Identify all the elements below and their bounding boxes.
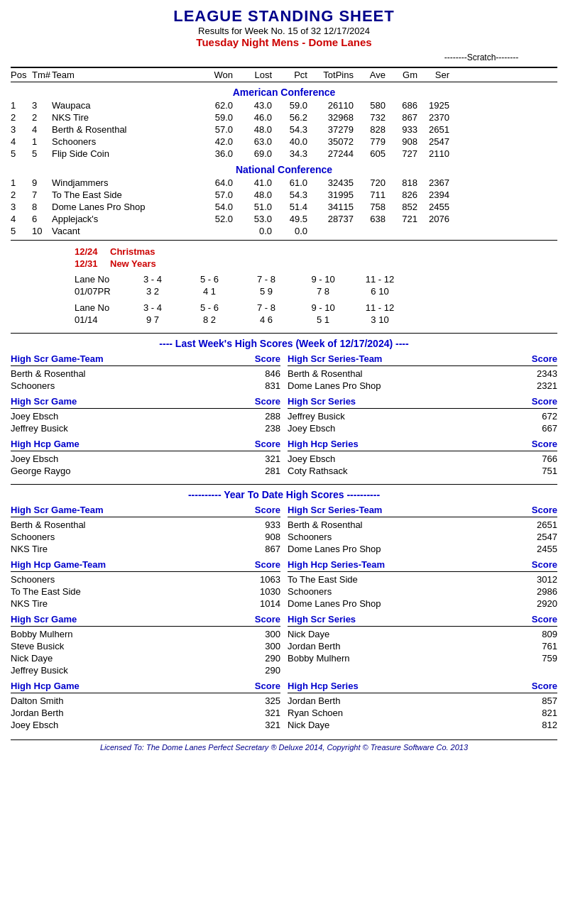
totpins: 32435	[307, 177, 354, 188]
score-name: Berth & Rosenthal	[11, 519, 86, 530]
col-totpins: TotPins	[307, 70, 354, 80]
team-name: Waupaca	[52, 100, 194, 111]
score-entry: NKS Tire 867	[11, 543, 280, 555]
score-name: Dalton Smith	[11, 695, 63, 706]
lane-schedule: Lane No3 - 45 - 67 - 89 - 1011 - 1201/07…	[11, 273, 557, 326]
score-entry: Joey Ebsch 321	[11, 453, 280, 465]
score-entry: Berth & Rosenthal 2651	[288, 519, 557, 531]
category-label: High Scr Game	[11, 396, 77, 407]
pos: 2	[11, 189, 32, 200]
table-row: 3 4 Berth & Rosenthal 57.0 48.0 54.3 372…	[11, 123, 557, 136]
lane-range: 5 - 6	[181, 302, 238, 313]
table-row: 5 5 Flip Side Coin 36.0 69.0 34.3 27244 …	[11, 148, 557, 160]
score-name: Jordan Berth	[288, 641, 340, 651]
score-name: Joey Ebsch	[11, 720, 58, 730]
score-name: Dome Lanes Pro Shop	[288, 380, 381, 391]
category-label: High Scr Series-Team	[288, 505, 382, 515]
score-header-label: Score	[532, 439, 557, 449]
score-entry: Schooners 908	[11, 531, 280, 543]
score-entry: Jordan Berth 761	[288, 640, 557, 652]
tm: 9	[32, 177, 52, 188]
lane-range: 7 - 8	[238, 302, 295, 313]
col-won: Won	[194, 70, 233, 80]
totpins: 28737	[307, 214, 354, 224]
score-value: 2651	[537, 519, 557, 530]
won: 59.0	[194, 112, 233, 123]
pct: 56.2	[272, 112, 307, 123]
lane-assignment: 4 1	[181, 286, 238, 297]
score-entry: Jeffrey Busick 672	[288, 410, 557, 422]
score-value: 867	[265, 544, 280, 554]
score-value: 300	[265, 641, 280, 651]
category-label: High Scr Game-Team	[11, 353, 104, 364]
score-entry: To The East Side 3012	[288, 573, 557, 585]
scores-section: High Hcp Game Score Dalton Smith 325 Jor…	[11, 681, 557, 731]
table-row: 5 10 Vacant 0.0 0.0	[11, 225, 557, 237]
won: 57.0	[194, 189, 233, 200]
scores-category-header: High Scr Series-Team Score	[288, 353, 557, 366]
scores-col-left: High Scr Game Score Bobby Mulhern 300 St…	[11, 614, 280, 676]
score-header-label: Score	[532, 559, 557, 570]
pct: 61.0	[272, 177, 307, 188]
score-name: Bobby Mulhern	[288, 653, 349, 664]
score-value: 2920	[537, 598, 557, 609]
score-entry: Bobby Mulhern 759	[288, 652, 557, 664]
american-conference-teams: 1 3 Waupaca 62.0 43.0 59.0 26110 580 686…	[11, 99, 557, 160]
scores-category-header: High Hcp Series Score	[288, 681, 557, 693]
scores-section: High Scr Game-Team Score Berth & Rosenth…	[11, 505, 557, 555]
scores-category-header: High Scr Game-Team Score	[11, 505, 280, 517]
col-pct: Pct	[272, 70, 307, 80]
score-value: 3012	[537, 574, 557, 585]
lane-assignment: 5 1	[295, 314, 351, 325]
scores-section: High Scr Game Score Bobby Mulhern 300 St…	[11, 614, 557, 676]
tm: 1	[32, 136, 52, 147]
score-value: 290	[265, 665, 280, 676]
score-name: Schooners	[11, 532, 55, 542]
score-entry: Schooners 1063	[11, 573, 280, 585]
score-entry: Dalton Smith 325	[11, 695, 280, 707]
score-value: 238	[265, 423, 280, 434]
score-header-label: Score	[255, 439, 280, 449]
scores-col-right: High Scr Series Score Nick Daye 809 Jord…	[288, 614, 557, 676]
footer: Licensed To: The Dome Lanes Perfect Secr…	[11, 739, 557, 752]
team-name: NKS Tire	[52, 112, 194, 123]
score-name: George Raygo	[11, 466, 71, 476]
scores-category-header: High Hcp Series-Team Score	[288, 559, 557, 572]
score-entry: Berth & Rosenthal 2343	[288, 368, 557, 380]
scratch-label: --------Scratch--------	[407, 53, 556, 62]
totpins: 27244	[307, 148, 354, 159]
won: 62.0	[194, 100, 233, 111]
table-row: 4 1 Schooners 42.0 63.0 40.0 35072 779 9…	[11, 136, 557, 148]
col-tm: Tm#	[32, 70, 52, 80]
score-name: Schooners	[288, 586, 332, 597]
won: 42.0	[194, 136, 233, 147]
score-value: 325	[265, 695, 280, 706]
team-name: Vacant	[52, 226, 194, 236]
score-value: 1030	[260, 586, 280, 597]
score-name: Nick Daye	[11, 653, 53, 664]
ave: 580	[354, 100, 386, 111]
ave: 638	[354, 214, 386, 224]
team-name: Berth & Rosenthal	[52, 124, 194, 135]
ser: 2455	[417, 202, 449, 212]
lane-assignment: 7 8	[295, 286, 351, 297]
lane-label: Lane No	[75, 302, 124, 313]
lane-assignment: 3 10	[351, 314, 408, 325]
scores-category-header: High Hcp Game Score	[11, 681, 280, 693]
team-name: Schooners	[52, 136, 194, 147]
lane-range: 9 - 10	[295, 302, 351, 313]
score-name: Jordan Berth	[11, 708, 63, 718]
ave: 758	[354, 202, 386, 212]
score-entry: Berth & Rosenthal 846	[11, 368, 280, 380]
score-header-label: Score	[255, 614, 280, 625]
ser: 1925	[417, 100, 449, 111]
score-entry: Jeffrey Busick 290	[11, 664, 280, 676]
score-name: Dome Lanes Pro Shop	[288, 544, 381, 554]
page: LEAGUE STANDING SHEET Results for Week N…	[0, 0, 568, 759]
score-value: 2343	[537, 368, 557, 379]
header: LEAGUE STANDING SHEET Results for Week N…	[11, 7, 557, 48]
scores-col-right: High Hcp Series Score Jordan Berth 857 R…	[288, 681, 557, 731]
pos: 3	[11, 202, 32, 212]
ave: 720	[354, 177, 386, 188]
score-value: 290	[265, 653, 280, 664]
